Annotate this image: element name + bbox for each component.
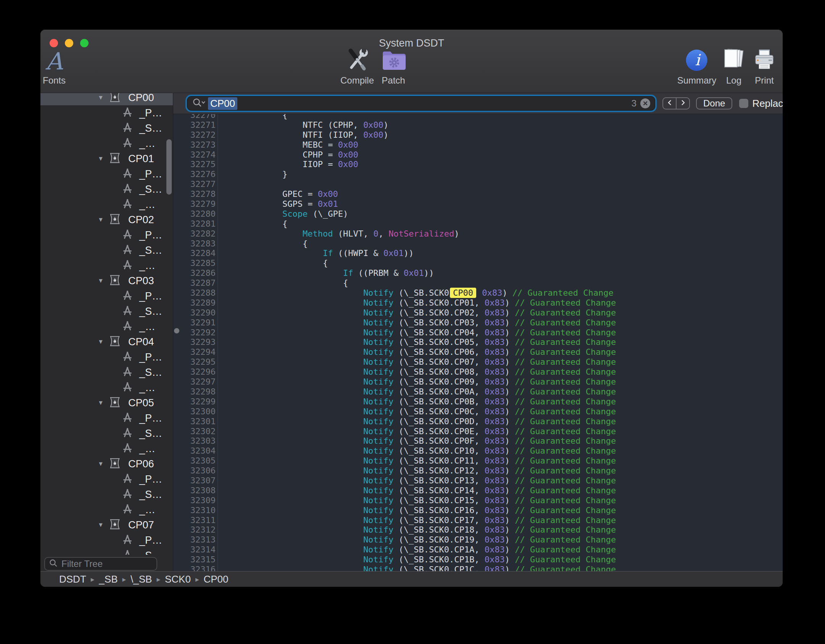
code-line-text: Notify (\_SB.SCK0.CP0D, 0x83) // Guarant… <box>218 417 616 427</box>
tree-item-p[interactable]: _P… <box>40 472 173 487</box>
find-previous-button[interactable] <box>663 98 676 109</box>
tree-item-s[interactable]: _S… <box>40 182 173 197</box>
code-line-text: Notify (\_SB.SCK0.CP06, 0x83) // Guarant… <box>218 347 616 357</box>
tree-item-p[interactable]: _P… <box>40 166 173 182</box>
tree-item-cp04[interactable]: ▼CP04 <box>40 334 173 349</box>
tree-item-[interactable]: _… <box>40 319 173 334</box>
toolbar-compile-label: Compile <box>340 75 374 86</box>
tree-item-label: _P… <box>139 535 162 546</box>
find-match-highlight: CP00 <box>450 288 476 298</box>
tree-item-cp01[interactable]: ▼CP01 <box>40 151 173 166</box>
tree-item-p[interactable]: _P… <box>40 533 173 548</box>
replace-checkbox[interactable] <box>739 99 748 108</box>
tree-item-s[interactable]: _S… <box>40 365 173 380</box>
tree-item-s[interactable]: _S… <box>40 243 173 258</box>
disclosure-triangle-icon[interactable]: ▼ <box>98 460 105 467</box>
code-line: 32297 Notify (\_SB.SCK0.CP09, 0x83) // G… <box>173 377 783 387</box>
breadcrumb-item[interactable]: CP00 <box>203 573 228 585</box>
clear-search-icon[interactable]: ✕ <box>640 98 650 108</box>
editor-pane: CP00 3 ✕ <box>173 93 783 571</box>
tree-item-p[interactable]: _P… <box>40 411 173 426</box>
code-line: 32282 Method (HLVT, 0, NotSerialized) <box>173 229 783 239</box>
tree-item-cp07[interactable]: ▼CP07 <box>40 517 173 533</box>
tree-item-label: _… <box>139 443 155 455</box>
tree-item-[interactable]: _… <box>40 136 173 151</box>
code-line: 32289 Notify (\_SB.SCK0.CP01, 0x83) // G… <box>173 298 783 308</box>
tree-item-s[interactable]: _S… <box>40 121 173 136</box>
code-line-text: GPEC = 0x00 <box>218 189 338 199</box>
tree-item-p[interactable]: _P… <box>40 227 173 243</box>
method-icon <box>122 382 133 394</box>
code-line-text: Notify (\_SB.SCK0.CP0B, 0x83) // Guarant… <box>218 397 616 407</box>
code-line: 32295 Notify (\_SB.SCK0.CP07, 0x83) // G… <box>173 357 783 367</box>
method-icon <box>122 259 133 272</box>
tree-item-[interactable]: _… <box>40 380 173 395</box>
window-title: System DSDT <box>40 37 783 49</box>
method-icon <box>122 229 133 241</box>
line-number: 32306 <box>173 466 216 476</box>
log-pages-icon <box>722 47 745 73</box>
sidebar-tree-scroll[interactable]: ▼CP00_P…_S…_…▼CP01_P…_S…_…▼CP02_P…_S…_…▼… <box>40 93 173 555</box>
code-line: 32314 Notify (\_SB.SCK0.CP1A, 0x83) // G… <box>173 545 783 555</box>
compile-tools-icon <box>345 47 369 73</box>
code-editor[interactable]: 32270 {32271 NTFC (CPHP, 0x00)32272 NTFI… <box>173 114 783 571</box>
line-number: 32316 <box>173 565 216 571</box>
code-line: 32279 SGPS = 0x01 <box>173 199 783 209</box>
tree-item-p[interactable]: _P… <box>40 288 173 304</box>
toolbar-fonts-button[interactable]: A Fonts <box>43 47 66 86</box>
tree-item-[interactable]: _… <box>40 258 173 273</box>
chevron-right-icon <box>680 99 686 108</box>
tree-item-[interactable]: _… <box>40 197 173 212</box>
code-line-text: Notify (\_SB.SCK0.CP1C, 0x83) // Guarant… <box>218 565 616 571</box>
breadcrumb-item[interactable]: \_SB <box>131 573 152 585</box>
done-button[interactable]: Done <box>696 97 732 109</box>
tree-item-cp02[interactable]: ▼CP02 <box>40 212 173 227</box>
code-line-text: { <box>218 278 348 288</box>
tree-item-cp03[interactable]: ▼CP03 <box>40 273 173 288</box>
disclosure-triangle-icon[interactable]: ▼ <box>98 277 105 284</box>
disclosure-triangle-icon[interactable]: ▼ <box>98 399 105 406</box>
code-line: 32307 Notify (\_SB.SCK0.CP13, 0x83) // G… <box>173 476 783 486</box>
tree-item-p[interactable]: _P… <box>40 105 173 121</box>
tree-item-s[interactable]: _S… <box>40 426 173 441</box>
toolbar-fonts-label: Fonts <box>43 75 66 86</box>
breadcrumb-item[interactable]: SCK0 <box>165 573 191 585</box>
disclosure-triangle-icon[interactable]: ▼ <box>98 155 105 162</box>
tree-item-s[interactable]: _S… <box>40 304 173 319</box>
breadcrumb-item[interactable]: DSDT <box>59 573 86 585</box>
toolbar-compile-button[interactable]: Compile <box>340 47 374 86</box>
toolbar-log-button[interactable]: Log <box>722 47 745 86</box>
breadcrumb-item[interactable]: _SB <box>99 573 118 585</box>
splitter-handle-icon[interactable] <box>174 328 179 333</box>
tree-item-label: _S… <box>139 367 162 378</box>
disclosure-triangle-icon[interactable]: ▼ <box>98 338 105 345</box>
disclosure-triangle-icon[interactable]: ▼ <box>98 94 105 101</box>
tree-item-cp00[interactable]: ▼CP00 <box>40 93 173 105</box>
disclosure-triangle-icon[interactable]: ▼ <box>98 522 105 528</box>
code-line-text: IIOP = 0x00 <box>218 159 358 169</box>
line-number: 32298 <box>173 387 216 397</box>
tree-item-p[interactable]: _P… <box>40 349 173 365</box>
find-search-field[interactable]: CP00 3 ✕ <box>187 96 655 111</box>
filter-tree-input[interactable]: Filter Tree <box>44 557 157 571</box>
tree-item-s[interactable]: _S… <box>40 487 173 502</box>
code-line: 32287 { <box>173 278 783 288</box>
sidebar-scrollbar-thumb[interactable] <box>166 139 172 195</box>
tree-item-label: _P… <box>139 229 162 241</box>
toolbar-summary-button[interactable]: i Summary <box>677 47 717 86</box>
find-next-button[interactable] <box>676 98 689 109</box>
disclosure-triangle-icon[interactable]: ▼ <box>98 216 105 223</box>
tree-item-[interactable]: _… <box>40 502 173 517</box>
line-number: 32309 <box>173 496 216 506</box>
toolbar-print-button[interactable]: Print <box>752 47 776 86</box>
desktop: System DSDT A Fonts Compile <box>0 0 825 644</box>
toolbar-patch-button[interactable]: Patch <box>381 47 406 86</box>
code-line-text: Notify (\_SB.SCK0.CP1A, 0x83) // Guarant… <box>218 545 616 555</box>
tree-item-[interactable]: _… <box>40 441 173 456</box>
tree-item-label: _S… <box>139 122 162 134</box>
tree-item-cp05[interactable]: ▼CP05 <box>40 395 173 411</box>
tree-item-s[interactable]: _S… <box>40 548 173 555</box>
method-icon <box>122 290 133 302</box>
line-number: 32288 <box>173 288 216 298</box>
tree-item-cp06[interactable]: ▼CP06 <box>40 456 173 472</box>
